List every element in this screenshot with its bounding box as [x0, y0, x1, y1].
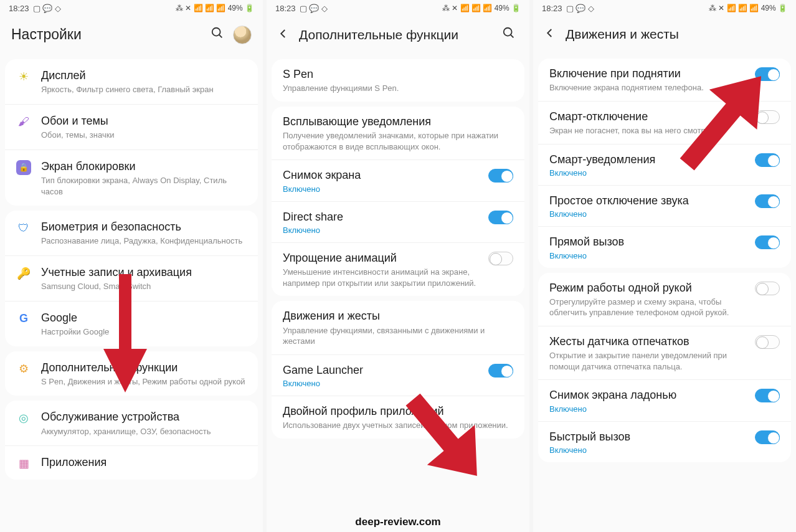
- item-smart-alert[interactable]: Смарт-уведомления Включено: [538, 144, 791, 185]
- item-one-handed[interactable]: Режим работы одной рукой Отрегулируйте р…: [538, 273, 791, 326]
- toggle-one-handed[interactable]: [755, 282, 780, 295]
- item-smart-stay[interactable]: Смарт-отключение Экран не погаснет, пока…: [538, 101, 791, 144]
- toggle-fingerprint-gestures[interactable]: [755, 335, 780, 349]
- settings-item-lockscreen[interactable]: 🔒 Экран блокировки Тип блокировки экрана…: [5, 150, 258, 206]
- status-left-icons: ▢ 💬 ◇: [566, 4, 594, 13]
- apps-icon: ▦: [16, 456, 31, 471]
- item-direct-share[interactable]: Direct share Включено: [272, 201, 524, 242]
- header-motions: Движения и жесты: [533, 16, 796, 56]
- settings-item-apps[interactable]: ▦ Приложения: [5, 445, 258, 480]
- device-care-icon: ◎: [16, 411, 31, 425]
- svg-line-3: [511, 35, 514, 38]
- svg-point-0: [212, 28, 220, 36]
- header-advanced: Дополнительные функции: [267, 16, 529, 57]
- watermark: deep-review.com: [355, 516, 440, 528]
- status-right: ⁂ ✕ 📶 📶 📶 49% 🔋: [442, 4, 521, 12]
- back-button[interactable]: [544, 24, 559, 45]
- item-easy-mute[interactable]: Простое отключение звука Включено: [538, 185, 791, 226]
- display-icon: ☀: [16, 69, 31, 84]
- status-right: ⁂ ✕ 📶 📶 📶 49% 🔋: [709, 4, 787, 12]
- status-left-icons: ▢ 💬 ◇: [33, 4, 61, 13]
- toggle-game-launcher[interactable]: [488, 364, 513, 378]
- svg-point-2: [504, 28, 512, 36]
- page-title: Движения и жесты: [566, 27, 785, 42]
- item-fingerprint-gestures[interactable]: Жесты датчика отпечатков Открытие и закр…: [538, 326, 791, 379]
- header-settings: Настройки: [0, 16, 263, 57]
- toggle-quick-call[interactable]: [755, 430, 780, 444]
- settings-item-google[interactable]: G Google Настройки Google: [5, 301, 258, 346]
- settings-item-display[interactable]: ☀ Дисплей Яркость, Фильтр синего света, …: [5, 59, 258, 104]
- status-right: ⁂ ✕ 📶 📶 📶 49% 🔋: [176, 4, 254, 12]
- item-screenshot[interactable]: Снимок экрана Включено: [272, 159, 524, 201]
- toggle-reduce-animations[interactable]: [488, 252, 513, 265]
- brush-icon: 🖌: [16, 115, 31, 130]
- status-bar: 18:23 ▢ 💬 ◇ ⁂ ✕ 📶 📶 📶 49% 🔋: [533, 0, 796, 16]
- phone-screen-motions: 18:23 ▢ 💬 ◇ ⁂ ✕ 📶 📶 📶 49% 🔋 Движения и ж…: [533, 0, 796, 532]
- page-title: Дополнительные функции: [299, 27, 493, 42]
- item-quick-call[interactable]: Быстрый вызов Включено: [538, 421, 791, 462]
- status-time: 18:23: [275, 4, 296, 13]
- status-left-icons: ▢ 💬 ◇: [300, 4, 328, 13]
- status-bar: 18:23 ▢ 💬 ◇ ⁂ ✕ 📶 📶 📶 49% 🔋: [0, 0, 263, 16]
- avatar[interactable]: [233, 26, 252, 44]
- settings-item-advanced[interactable]: ⚙ Дополнительные функции S Pen, Движения…: [5, 351, 258, 396]
- page-title: Настройки: [11, 26, 202, 43]
- settings-item-accounts[interactable]: 🔑 Учетные записи и архивация Samsung Clo…: [5, 255, 258, 301]
- search-icon[interactable]: [208, 24, 227, 45]
- toggle-lift-to-wake[interactable]: [755, 67, 780, 81]
- status-bar: 18:23 ▢ 💬 ◇ ⁂ ✕ 📶 📶 📶 49% 🔋: [267, 0, 529, 16]
- toggle-easy-mute[interactable]: [755, 194, 780, 208]
- key-icon: 🔑: [16, 266, 31, 281]
- item-game-launcher[interactable]: Game Launcher Включено: [272, 354, 524, 396]
- search-icon[interactable]: [500, 24, 518, 45]
- back-button[interactable]: [278, 24, 293, 45]
- item-dual-messenger[interactable]: Двойной профиль приложений Использование…: [272, 396, 524, 439]
- toggle-direct-call[interactable]: [755, 235, 780, 249]
- status-time: 18:23: [9, 4, 29, 13]
- item-direct-call[interactable]: Прямой вызов Включено: [538, 226, 791, 267]
- settings-item-biometrics[interactable]: 🛡 Биометрия и безопасность Распознавание…: [5, 211, 258, 255]
- lock-icon: 🔒: [16, 160, 31, 175]
- phone-screen-advanced: 18:23 ▢ 💬 ◇ ⁂ ✕ 📶 📶 📶 49% 🔋 Дополнительн…: [267, 0, 529, 532]
- gear-icon: ⚙: [16, 361, 31, 376]
- item-palm-swipe[interactable]: Снимок экрана ладонью Включено: [538, 379, 791, 420]
- item-popup-notifications[interactable]: Всплывающие уведомления Получение уведом…: [272, 107, 524, 159]
- phone-screen-settings: 18:23 ▢ 💬 ◇ ⁂ ✕ 📶 📶 📶 49% 🔋 Настройки ☀ …: [0, 0, 263, 532]
- item-reduce-animations[interactable]: Упрощение анимаций Уменьшение интенсивно…: [272, 242, 524, 296]
- toggle-direct-share[interactable]: [488, 211, 513, 224]
- status-time: 18:23: [542, 4, 562, 13]
- settings-item-wallpapers[interactable]: 🖌 Обои и темы Обои, темы, значки: [5, 104, 258, 150]
- item-s-pen[interactable]: S Pen Управление функциями S Pen.: [272, 59, 524, 102]
- toggle-smart-stay[interactable]: [755, 110, 780, 124]
- svg-line-1: [219, 35, 222, 38]
- shield-icon: 🛡: [16, 221, 31, 235]
- google-icon: G: [16, 311, 31, 326]
- item-lift-to-wake[interactable]: Включение при поднятии Включение экрана …: [538, 59, 791, 101]
- toggle-palm-swipe[interactable]: [755, 389, 780, 402]
- item-motions-gestures[interactable]: Движения и жесты Управление функциями, с…: [272, 301, 524, 354]
- toggle-smart-alert[interactable]: [755, 153, 780, 167]
- settings-list: ☀ Дисплей Яркость, Фильтр синего света, …: [0, 57, 263, 532]
- settings-item-devicecare[interactable]: ◎ Обслуживание устройства Аккумулятор, х…: [5, 401, 258, 445]
- toggle-screenshot[interactable]: [488, 169, 513, 183]
